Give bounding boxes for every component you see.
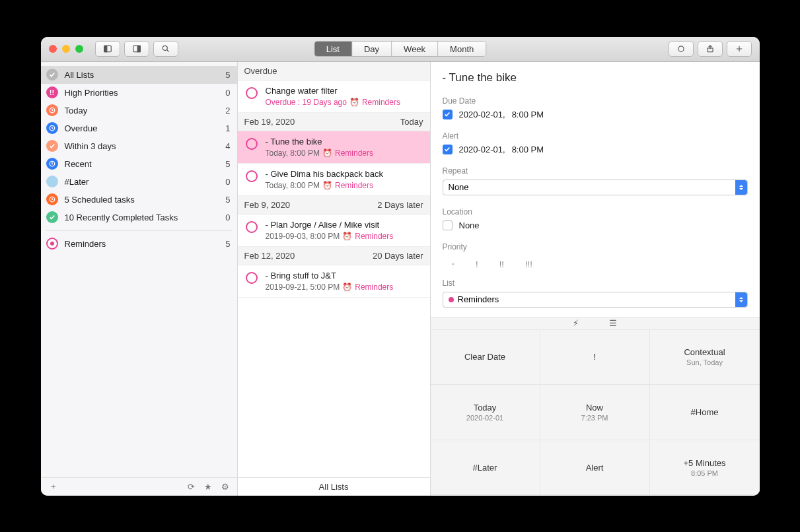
priority-options: • ! !! !!!: [443, 255, 748, 279]
list-color-dot: [449, 297, 454, 302]
quick-action-cell[interactable]: +5 Minutes8:05 PM: [650, 440, 760, 496]
view-list-tab[interactable]: List: [314, 42, 352, 56]
complete-checkbox[interactable]: [246, 138, 258, 150]
priority-high[interactable]: !!!: [525, 259, 532, 269]
repeat-select[interactable]: None: [443, 180, 748, 195]
sidebar-item-count: 1: [225, 123, 230, 133]
sidebar-item[interactable]: Overdue 1: [41, 119, 237, 137]
quick-action-cell[interactable]: Today2020-02-01: [431, 385, 540, 440]
task-list-name: Reminders: [335, 149, 373, 158]
priority-med[interactable]: !!: [499, 259, 504, 269]
bell-icon: ⏰: [322, 181, 332, 190]
priority-low[interactable]: !: [476, 259, 478, 269]
task-title: - Bring stuff to J&T: [266, 271, 423, 281]
location-checkbox[interactable]: [443, 220, 453, 230]
sidebar-item-count: 0: [225, 88, 230, 98]
toggle-sidebar-left-button[interactable]: [95, 41, 120, 57]
group-date: Feb 19, 2020: [244, 117, 295, 127]
task-list-footer[interactable]: All Lists: [238, 477, 430, 496]
quick-action-label: Contextual: [684, 347, 725, 357]
quick-action-label: !: [593, 352, 596, 362]
sidebar-item[interactable]: Today 2: [41, 102, 237, 119]
quick-action-label: Now: [586, 403, 603, 413]
sidebar-item-count: 5: [225, 70, 230, 80]
sidebar-item[interactable]: !! High Priorities 0: [41, 84, 237, 102]
alert-checkbox[interactable]: [443, 145, 453, 154]
quick-action-cell[interactable]: Clear Date: [431, 330, 540, 385]
task-row[interactable]: - Give Dima his backpack back Today, 8:0…: [238, 164, 430, 196]
sidebar-item[interactable]: Recent 5: [41, 155, 237, 173]
due-date-label: Due Date: [443, 96, 748, 106]
view-day-tab[interactable]: Day: [352, 42, 392, 56]
sidebar-item[interactable]: 10 Recently Completed Tasks 0: [41, 209, 237, 226]
due-date-checkbox[interactable]: [443, 110, 453, 119]
due-time-value[interactable]: 8:00 PM: [512, 110, 544, 119]
task-row[interactable]: - Plan Jorge / Alise / Mike visit 2019-0…: [238, 215, 430, 247]
quick-action-sub: 7:23 PM: [581, 414, 608, 422]
refresh-icon[interactable]: ⟳: [188, 482, 195, 492]
sidebar-item-count: 5: [225, 195, 230, 205]
star-icon[interactable]: ★: [204, 482, 212, 492]
sidebar-item[interactable]: Within 3 days 4: [41, 137, 237, 155]
complete-checkbox[interactable]: [246, 170, 258, 182]
sidebar-icon: [46, 104, 58, 116]
maximize-button[interactable]: [75, 45, 83, 53]
task-row[interactable]: Change water filter Overdue : 19 Days ag…: [238, 81, 430, 113]
complete-checkbox[interactable]: [246, 221, 258, 233]
quick-action-label: #Later: [473, 463, 497, 473]
close-button[interactable]: [49, 45, 57, 53]
view-month-tab[interactable]: Month: [438, 42, 486, 56]
view-week-tab[interactable]: Week: [392, 42, 438, 56]
task-row[interactable]: - Bring stuff to J&T 2019-09-21, 5:00 PM…: [238, 265, 430, 298]
quick-action-cell[interactable]: Now7:23 PM: [540, 385, 650, 440]
task-row[interactable]: - Tune the bike Today, 8:00 PM ⏰ Reminde…: [238, 131, 430, 164]
quick-action-cell[interactable]: #Later: [431, 440, 540, 496]
add-list-button[interactable]: ＋: [49, 481, 57, 492]
quick-action-cell[interactable]: !: [540, 330, 650, 385]
gear-icon[interactable]: ⚙: [221, 482, 229, 492]
sidebar-icon: [46, 140, 58, 152]
list-icon[interactable]: ☰: [609, 318, 617, 328]
complete-checkbox[interactable]: [246, 87, 258, 99]
alert-date-value[interactable]: 2020-02-01,: [459, 145, 505, 154]
toggle-sidebar-right-button[interactable]: [124, 41, 149, 57]
list-select[interactable]: Reminders: [443, 292, 748, 308]
app-window: List Day Week Month All Lists 5!! High P…: [41, 37, 760, 496]
detail-title: - Tune the bike: [443, 71, 748, 84]
quick-action-cell[interactable]: Alert: [540, 440, 650, 496]
task-subtitle: Today, 8:00 PM ⏰ Reminders: [266, 149, 423, 158]
quick-action-label: Clear Date: [464, 352, 505, 362]
sidebar-item-count: 5: [225, 159, 230, 169]
sidebar-item[interactable]: 5 Scheduled tasks 5: [41, 191, 237, 209]
group-date: Overdue: [244, 66, 277, 76]
alert-time-value[interactable]: 8:00 PM: [512, 145, 544, 154]
search-button[interactable]: [153, 41, 178, 57]
svg-rect-3: [137, 46, 140, 51]
alert-label: Alert: [443, 131, 748, 141]
list-value: Reminders: [458, 294, 499, 304]
minimize-button[interactable]: [62, 45, 70, 53]
sidebar-list-item[interactable]: Reminders 5: [41, 235, 237, 253]
priority-none[interactable]: •: [452, 259, 455, 269]
due-date-value[interactable]: 2020-02-01,: [459, 110, 505, 119]
sync-button[interactable]: [669, 41, 694, 57]
repeat-value: None: [449, 182, 469, 192]
location-label: Location: [443, 207, 748, 216]
sidebar-item-label: 5 Scheduled tasks: [65, 195, 219, 205]
add-button[interactable]: [727, 41, 752, 57]
task-list-name: Reminders: [335, 181, 373, 190]
share-button[interactable]: [698, 41, 723, 57]
task-title: - Tune the bike: [266, 137, 423, 147]
complete-checkbox[interactable]: [246, 272, 258, 284]
list-ring-icon: [46, 238, 58, 249]
quick-action-label: #Home: [691, 407, 719, 417]
sidebar-item[interactable]: #Later 0: [41, 173, 237, 191]
repeat-label: Repeat: [443, 166, 748, 176]
quick-action-cell[interactable]: ContextualSun, Today: [650, 330, 760, 385]
sidebar-item-count: 0: [225, 177, 230, 187]
sidebar-icon: [46, 122, 58, 134]
lightning-icon[interactable]: ⚡︎: [573, 318, 579, 328]
priority-label: Priority: [443, 242, 748, 251]
sidebar-item[interactable]: All Lists 5: [41, 66, 237, 84]
quick-action-cell[interactable]: #Home: [650, 385, 760, 440]
